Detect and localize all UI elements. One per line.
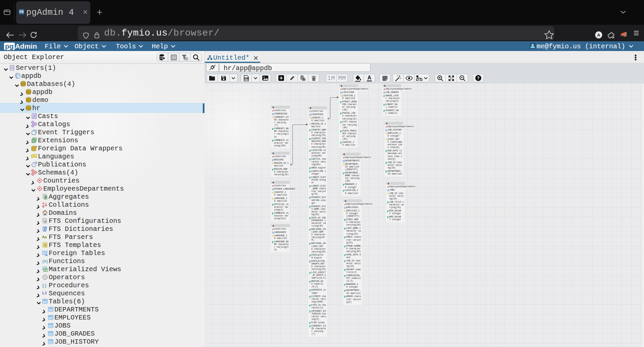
svg-text:{;}: {;} [42,283,47,288]
svg-text:Aa: Aa [42,235,47,239]
svg-text:SQL: SQL [244,78,248,80]
svg-text:?: ? [477,76,479,81]
svg-text:A: A [367,75,371,81]
svg-text:A: A [597,33,600,38]
svg-text:(≡): (≡) [42,259,48,264]
svg-text:1.3: 1.3 [42,291,47,295]
svg-text:B: B [42,205,45,208]
